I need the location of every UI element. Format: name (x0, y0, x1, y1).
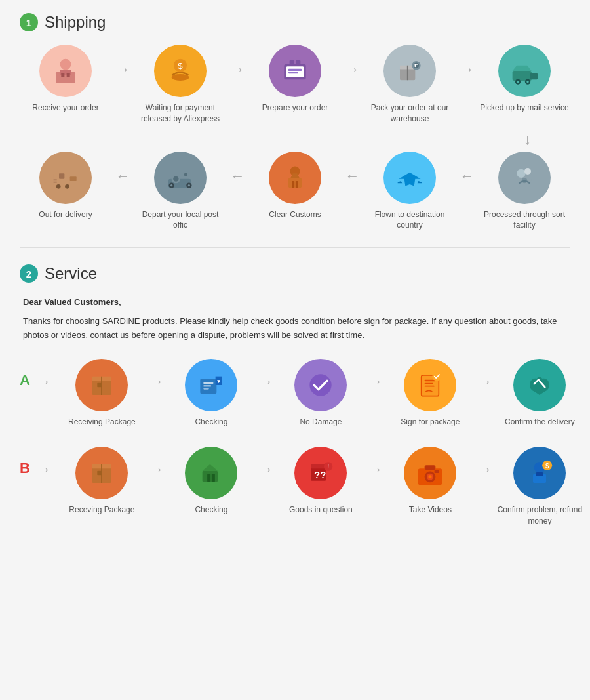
prepare-order-icon (269, 45, 321, 97)
arrow-4-5: → (460, 61, 475, 78)
svg-point-69 (433, 372, 441, 381)
svg-rect-67 (425, 382, 433, 384)
arrow-9-8: ← (345, 168, 360, 185)
service-flow-b: B → Receving Package → (20, 447, 570, 527)
svg-rect-11 (288, 72, 298, 74)
b-arrow-2-3: → (259, 461, 273, 478)
shipping-step-3: Prepare your order (249, 45, 341, 113)
shipping-step-9: Flown to destination country (364, 152, 456, 232)
b-arrow-1-2: → (149, 461, 164, 478)
service-body: Thanks for choosing SARDINE products. Pl… (23, 315, 567, 342)
svg-point-43 (188, 184, 190, 186)
step8-label: Clear Customs (269, 209, 321, 220)
svg-rect-12 (290, 60, 294, 65)
svg-rect-59 (204, 385, 212, 387)
shipping-number: 1 (20, 13, 38, 31)
svg-point-7 (172, 74, 189, 81)
step10-label: Processed through sort facility (479, 209, 570, 232)
customs-icon (269, 152, 321, 204)
arrow-8-7: ← (231, 168, 245, 185)
arrow-2-3: → (231, 61, 245, 78)
svg-point-34 (65, 184, 69, 189)
b-arrow-3-4: → (368, 461, 383, 478)
svg-text:▼: ▼ (216, 377, 222, 384)
payment-icon: $ (154, 45, 206, 97)
svg-rect-76 (212, 474, 215, 482)
a-step1-label: Receiving Package (68, 417, 136, 428)
letter-a-arrow: → (37, 373, 51, 390)
a-sign-icon (404, 359, 456, 411)
step9-label: Flown to destination country (364, 209, 456, 232)
svg-rect-32 (70, 176, 77, 181)
a-arrow-2-3: → (259, 373, 273, 390)
b-step5-label: Confirm problem, refund money (492, 504, 587, 527)
pickup-icon (498, 45, 551, 97)
svg-rect-46 (292, 181, 294, 188)
b-question-icon: ?? ! (294, 447, 347, 499)
svg-rect-75 (208, 474, 211, 482)
service-flow-a: A → Receiving Package → (20, 359, 570, 428)
svg-rect-83 (425, 466, 436, 470)
a-checking-icon: ▼ (185, 359, 237, 411)
delivery-icon (39, 152, 92, 204)
a-step3-label: No Damage (300, 417, 342, 428)
svg-rect-10 (288, 69, 302, 71)
svg-point-42 (170, 184, 172, 186)
a-step-2: ▼ Checking (164, 359, 259, 428)
step7-label: Depart your local post offic (134, 209, 226, 232)
a-receiving-icon (75, 359, 128, 411)
b-step-1: Receving Package (54, 447, 149, 516)
shipping-step-2: $ Waiting for payment released by Aliexp… (134, 45, 226, 125)
a-step2-label: Checking (195, 417, 227, 428)
a-step-1: Receiving Package (54, 359, 149, 428)
svg-rect-13 (296, 60, 301, 65)
b-camera-icon (404, 447, 456, 499)
svg-rect-90 (536, 472, 543, 477)
b-step4-label: Take Videos (409, 504, 452, 516)
service-b-items: Receving Package → Checking → (54, 447, 587, 527)
shipping-row-1: Receive your order → $ Waiting for payme… (20, 45, 570, 125)
shipping-step-1: Receive your order (20, 45, 111, 113)
arrow-3-4: → (345, 61, 360, 78)
post-office-icon (154, 152, 206, 204)
b-step-3: ?? ! Goods in question (273, 447, 368, 516)
svg-text:??: ?? (314, 470, 326, 481)
svg-point-26 (517, 81, 519, 83)
b-step3-label: Goods in question (289, 504, 353, 516)
svg-point-27 (526, 81, 528, 83)
svg-rect-56 (98, 382, 102, 387)
service-title: Service (45, 264, 97, 283)
pack-order-icon (384, 45, 436, 97)
shipping-step-7: Depart your local post offic (134, 152, 226, 232)
b-step2-label: Checking (195, 504, 227, 516)
svg-point-33 (56, 184, 61, 189)
receive-order-icon (39, 45, 92, 97)
a-step-5: Confirm the delivery (492, 359, 587, 428)
shipping-row-2: Out for delivery ← Depart your local pos… (20, 152, 570, 232)
svg-text:$: $ (545, 463, 549, 470)
arrow-7-6: ← (116, 168, 130, 185)
svg-rect-29 (59, 173, 64, 178)
svg-rect-58 (204, 382, 214, 384)
svg-point-37 (173, 176, 178, 181)
a-arrow-1-2: → (149, 373, 164, 390)
service-number: 2 (20, 264, 38, 283)
flight-icon (384, 152, 436, 204)
service-header: 2 Service (20, 264, 570, 283)
a-arrow-3-4: → (368, 373, 383, 390)
shipping-step-4: Pack your order at our warehouse (364, 45, 456, 125)
b-step-4: Take Videos (383, 447, 478, 516)
a-nodamage-icon (294, 359, 347, 411)
svg-rect-20 (415, 64, 418, 65)
step4-label: Pack your order at our warehouse (364, 102, 456, 125)
svg-text:!: ! (328, 464, 330, 470)
svg-rect-47 (296, 181, 298, 188)
step3-label: Prepare your order (262, 102, 328, 113)
svg-rect-66 (425, 379, 436, 381)
sort-facility-icon (498, 152, 551, 204)
a-arrow-4-5: → (478, 373, 492, 390)
shipping-title: Shipping (45, 13, 106, 31)
shipping-step-8: Clear Customs (249, 152, 341, 220)
shipping-step-5: Picked up by mail service (479, 45, 570, 113)
a-step4-label: Sign for package (401, 417, 460, 428)
